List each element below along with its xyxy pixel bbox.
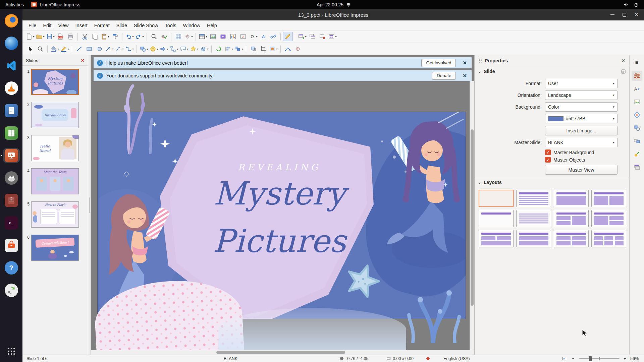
fontwork-button[interactable]: A [258,32,268,41]
spelling-button[interactable]: ab [159,32,169,41]
insert-chart-button[interactable] [228,32,238,41]
stars-tool[interactable]: ▾ [189,44,199,54]
zoom-slider[interactable] [579,355,620,362]
panel-splitter[interactable] [88,55,91,355]
dock-writer[interactable] [3,103,20,118]
zoom-tool[interactable] [35,44,45,54]
show-draw-functions-button[interactable] [283,32,293,41]
get-involved-button[interactable]: Get involved [421,59,456,67]
paste-button[interactable]: ▾ [100,32,110,41]
slide-title-line1[interactable]: Mystery [179,178,380,209]
undo-button[interactable]: ▾ [124,32,135,41]
find-replace-button[interactable] [149,32,159,41]
master-background-checkbox[interactable]: ✓Master Background [545,149,594,155]
layout-4-content[interactable] [554,230,589,247]
layout-title-content[interactable] [516,190,551,207]
dock-software-updater[interactable] [3,283,20,298]
dock-thunderbird[interactable] [3,36,20,51]
topbar-app-indicator[interactable]: LibreOffice Impress [31,2,80,7]
arrange-tool[interactable]: ▾ [234,44,244,54]
clone-formatting-button[interactable] [110,32,120,41]
layout-2-content-over-content[interactable] [479,230,514,247]
callouts-tool[interactable]: ▾ [179,44,189,54]
edit-points-tool[interactable] [283,44,293,54]
clock[interactable]: Apr 22 00:25 [317,2,343,7]
dock-ubuntu-software[interactable] [3,238,20,253]
horizontal-scrollbar-thumb[interactable] [216,351,345,354]
display-grid-button[interactable] [173,32,183,41]
insert-media-button[interactable] [218,32,228,41]
slide-section-header[interactable]: ⌄ Slide [475,66,629,76]
layout-content-over-content[interactable] [516,230,551,247]
line-color-tool[interactable]: ▾ [60,44,70,54]
infobar-close-icon[interactable]: ✕ [463,73,467,79]
sidebar-settings-menu[interactable]: ≡ [632,58,642,68]
dock-firefox[interactable] [3,13,20,28]
copy-button[interactable] [90,32,100,41]
layout-2-content-and-content[interactable] [554,210,589,227]
insert-table-button[interactable]: ▾ [198,32,208,41]
block-arrows-tool[interactable]: ▾ [159,44,169,54]
dock-help[interactable]: ? [3,260,20,275]
menu-insert[interactable]: Insert [72,21,91,29]
menu-tools[interactable]: Tools [162,21,180,29]
master-view-button[interactable]: Master View [545,165,618,175]
rotate-tool[interactable] [214,44,224,54]
zoom-slider-thumb[interactable] [589,356,592,361]
layout-content-and-2-content[interactable] [591,210,626,227]
crop-tool[interactable] [258,44,268,54]
image-filter-tool[interactable]: ▾ [268,44,278,54]
insert-textbox-button[interactable]: A [238,32,248,41]
menu-file[interactable]: File [25,21,40,29]
menu-view[interactable]: View [55,21,72,29]
slide-thumbnail-6[interactable]: Congratulations! [31,235,79,261]
menu-window[interactable]: Window [179,21,204,29]
background-select[interactable]: Color▾ [545,102,618,112]
menu-format[interactable]: Format [91,21,113,29]
layout-title-only[interactable] [479,210,514,227]
new-slide-button[interactable]: ▾ [297,32,307,41]
3d-objects-tool[interactable]: ▾ [199,44,209,54]
vertical-scrollbar[interactable] [470,81,474,350]
slide-thumbnail-5[interactable]: How to Play? [31,201,79,228]
layout-6-content[interactable] [591,230,626,247]
power-icon[interactable] [634,2,639,7]
insert-line-tool[interactable] [74,44,84,54]
fill-color-tool[interactable]: ▾ [50,44,60,54]
slide-thumbnail-4[interactable]: Meet the Team [31,168,79,194]
save-button[interactable]: ▾ [45,32,55,41]
slide-thumbnail-3[interactable]: Hello there! [31,135,79,161]
slide-thumbnail-2[interactable]: Introduction [31,102,79,128]
background-color-select[interactable]: #5F77BB▾ [545,114,618,123]
slide-thumbnail-1[interactable]: MysteryPictures [31,69,79,95]
tab-navigator[interactable] [632,110,642,120]
tab-animation[interactable] [632,149,642,159]
dock-impress-active[interactable] [3,148,20,163]
zoom-level[interactable]: 56% [630,355,639,362]
select-tool[interactable] [25,44,35,54]
snap-guides-button[interactable]: ▾ [183,32,194,41]
menu-slide[interactable]: Slide [113,21,130,29]
layouts-section-header[interactable]: ⌄ Layouts [475,177,629,187]
redo-button[interactable]: ▾ [135,32,145,41]
format-select[interactable]: User▾ [545,79,618,88]
duplicate-slide-button[interactable] [307,32,317,41]
dock-files[interactable] [3,193,20,208]
statusbar-language[interactable]: English (USA) [443,355,470,362]
hyperlink-button[interactable] [268,32,278,41]
tab-styles[interactable]: A [632,84,642,94]
new-button[interactable]: ▾ [25,32,35,41]
print-button[interactable] [65,32,75,41]
special-character-button[interactable]: Ω▾ [248,32,258,41]
slide-layout-button[interactable]: ▾ [327,32,337,41]
dock-vscode[interactable] [3,58,20,73]
glue-points-tool[interactable] [293,44,303,54]
layout-centered-text[interactable] [516,210,551,227]
layout-blank[interactable] [479,190,514,207]
infobar-close-icon[interactable]: ✕ [463,60,467,66]
menu-help[interactable]: Help [204,21,220,29]
rectangle-tool[interactable] [84,44,94,54]
slide-kicker-text[interactable]: REVEALING [202,162,357,172]
menu-slide-show[interactable]: Slide Show [130,21,162,29]
dock-vlc[interactable] [3,81,20,96]
